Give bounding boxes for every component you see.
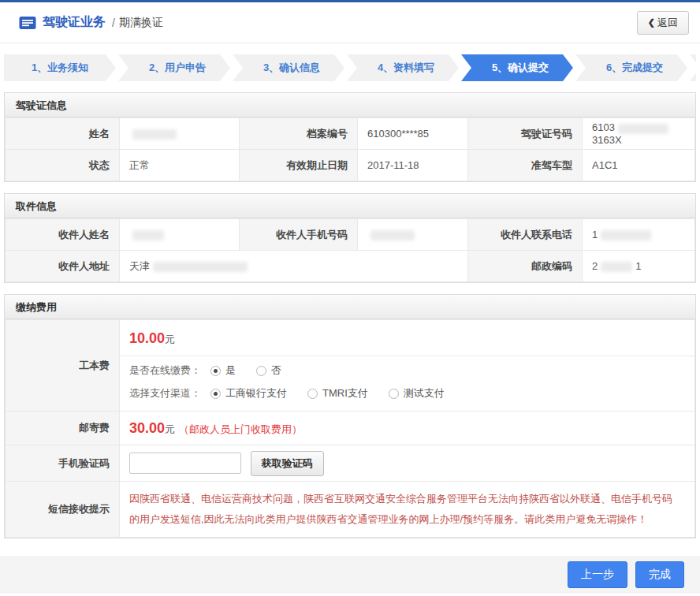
pickup-info-section: 取件信息 收件人姓名 收件人手机号码 收件人联系电话 1 收件人地址 天津 邮政… xyxy=(4,193,696,283)
vehicle-class-label: 准驾车型 xyxy=(468,150,583,181)
option-label: 测试支付 xyxy=(404,386,445,400)
pickup-info-table: 收件人姓名 收件人手机号码 收件人联系电话 1 收件人地址 天津 邮政编码 21 xyxy=(5,218,695,282)
recipient-address-label: 收件人地址 xyxy=(6,251,120,282)
fees-section: 缴纳费用 工本费 10.00元 是否在线缴费： 是 否 选择支付渠道： 工商银行… xyxy=(4,294,696,538)
redacted-recipient-name xyxy=(132,230,164,240)
sms-notice-cell: 因陕西省联通、电信运营商技术问题，陕西省互联网交通安全综合服务管理平台无法向持陕… xyxy=(120,482,695,538)
card-fee-label: 工本费 xyxy=(6,320,120,412)
pay-channel-row: 选择支付渠道： 工商银行支付 TMRI支付 测试支付 xyxy=(120,379,694,411)
fees-table: 工本费 10.00元 是否在线缴费： 是 否 选择支付渠道： 工商银行支付 TM… xyxy=(5,319,695,538)
recipient-phone-value: 1 xyxy=(583,219,695,251)
license-info-section: 驾驶证信息 姓名 档案编号 610300****85 驾驶证号码 6103316… xyxy=(4,92,696,182)
sms-code-input[interactable] xyxy=(129,453,241,474)
sms-notice-text: 因陕西省联通、电信运营商技术问题，陕西省互联网交通安全综合服务管理平台无法向持陕… xyxy=(129,482,694,537)
option-label: 工商银行支付 xyxy=(225,386,287,400)
online-pay-option-no[interactable]: 否 xyxy=(256,363,281,378)
option-label: TMRI支付 xyxy=(322,386,368,400)
sms-code-label: 手机验证码 xyxy=(6,445,120,482)
postage-fee-row: 邮寄费 30.00元（邮政人员上门收取费用） xyxy=(6,412,695,445)
recipient-phone-prefix: 1 xyxy=(592,229,598,240)
recipient-name-value xyxy=(120,219,240,251)
channel-option-tmri[interactable]: TMRI支付 xyxy=(307,386,368,400)
chevron-left-icon: ❮ xyxy=(648,17,655,28)
back-button-label: 返回 xyxy=(657,16,678,30)
step-bar-filler xyxy=(690,54,696,81)
valid-until-label: 有效期止日期 xyxy=(240,150,358,181)
redacted-postal xyxy=(601,262,632,272)
pickup-section-title: 取件信息 xyxy=(5,194,695,218)
online-pay-option-yes[interactable]: 是 xyxy=(210,363,236,378)
radio-icon[interactable] xyxy=(307,389,318,399)
status-value: 正常 xyxy=(120,150,240,181)
recipient-mobile-value xyxy=(358,219,468,251)
step-6-tab[interactable]: 6、完成提交 xyxy=(575,54,687,81)
redacted-license-no xyxy=(618,124,668,134)
postal-code-value: 21 xyxy=(583,251,695,282)
recipient-phone-label: 收件人联系电话 xyxy=(468,219,583,251)
table-row: 收件人姓名 收件人手机号码 收件人联系电话 1 xyxy=(6,219,695,251)
footer-action-bar: 上一步 完成 xyxy=(0,556,700,594)
radio-icon[interactable] xyxy=(256,366,266,376)
radio-icon[interactable] xyxy=(210,389,221,399)
back-button[interactable]: ❮ 返回 xyxy=(637,11,689,35)
postage-cell: 30.00元（邮政人员上门收取费用） xyxy=(120,412,695,445)
previous-step-button[interactable]: 上一步 xyxy=(568,561,627,588)
fees-section-title: 缴纳费用 xyxy=(5,295,695,319)
sms-code-cell: 获取验证码 xyxy=(120,445,695,482)
step-5-tab[interactable]: 5、确认提交 xyxy=(461,54,573,81)
name-value xyxy=(120,118,240,150)
breadcrumb-separator: / xyxy=(112,17,115,29)
option-label: 是 xyxy=(225,363,236,378)
license-section-title: 驾驶证信息 xyxy=(5,93,695,117)
address-prefix: 天津 xyxy=(129,260,150,272)
postal-code-label: 邮政编码 xyxy=(468,251,583,282)
valid-until-value: 2017-11-18 xyxy=(358,150,468,181)
vehicle-class-value: A1C1 xyxy=(583,150,695,181)
postal-prefix: 2 xyxy=(592,260,598,272)
card-fee-row: 工本费 10.00元 是否在线缴费： 是 否 选择支付渠道： 工商银行支付 TM… xyxy=(6,320,695,412)
file-no-label: 档案编号 xyxy=(240,118,358,150)
card-fee-amount-line: 10.00元 xyxy=(120,320,694,356)
channel-option-test[interactable]: 测试支付 xyxy=(389,386,445,400)
currency-unit: 元 xyxy=(165,333,175,345)
radio-icon[interactable] xyxy=(389,389,399,399)
table-row: 状态 正常 有效期止日期 2017-11-18 准驾车型 A1C1 xyxy=(6,150,695,181)
license-no-suffix: 3163X xyxy=(592,134,622,146)
online-pay-label: 是否在线缴费： xyxy=(129,363,201,378)
finish-button[interactable]: 完成 xyxy=(635,561,684,588)
step-3-tab[interactable]: 3、确认信息 xyxy=(233,54,344,81)
step-progress-bar: 1、业务须知 2、用户申告 3、确认信息 4、资料填写 5、确认提交 6、完成提… xyxy=(4,54,696,81)
sms-code-row: 手机验证码 获取验证码 xyxy=(6,445,695,482)
option-label: 否 xyxy=(271,363,281,378)
postage-note: （邮政人员上门收取费用） xyxy=(179,423,302,435)
recipient-mobile-label: 收件人手机号码 xyxy=(240,219,358,251)
breadcrumb-current: 期满换证 xyxy=(119,16,163,30)
redacted-address xyxy=(153,262,248,272)
recipient-name-label: 收件人姓名 xyxy=(6,219,120,251)
postage-label: 邮寄费 xyxy=(6,412,120,445)
table-row: 收件人地址 天津 邮政编码 21 xyxy=(6,251,695,282)
get-sms-code-button[interactable]: 获取验证码 xyxy=(251,451,324,476)
license-info-table: 姓名 档案编号 610300****85 驾驶证号码 61033163X 状态 … xyxy=(5,117,695,181)
card-fee-cell: 10.00元 是否在线缴费： 是 否 选择支付渠道： 工商银行支付 TMRI支付… xyxy=(120,320,695,412)
postal-suffix: 1 xyxy=(635,260,641,272)
step-2-tab[interactable]: 2、用户申告 xyxy=(118,54,230,81)
page-header: 驾驶证业务 / 期满换证 ❮ 返回 xyxy=(0,2,700,43)
redacted-recipient-mobile xyxy=(370,230,415,240)
redacted-name xyxy=(132,129,177,140)
step-4-tab[interactable]: 4、资料填写 xyxy=(347,54,459,81)
radio-icon[interactable] xyxy=(210,366,221,376)
redacted-recipient-phone xyxy=(601,230,651,240)
pay-channel-label: 选择支付渠道： xyxy=(129,386,201,400)
page-title: 驾驶证业务 xyxy=(43,14,106,31)
license-no-value: 61033163X xyxy=(583,118,695,150)
name-label: 姓名 xyxy=(6,118,120,150)
table-row: 姓名 档案编号 610300****85 驾驶证号码 61033163X xyxy=(6,118,695,150)
online-pay-row: 是否在线缴费： 是 否 xyxy=(120,356,694,379)
channel-option-icbc[interactable]: 工商银行支付 xyxy=(210,386,287,400)
license-card-icon xyxy=(19,16,36,30)
step-1-tab[interactable]: 1、业务须知 xyxy=(4,54,116,81)
postage-amount: 30.00 xyxy=(129,420,165,436)
license-no-prefix: 6103 xyxy=(592,121,615,133)
status-label: 状态 xyxy=(6,150,120,181)
